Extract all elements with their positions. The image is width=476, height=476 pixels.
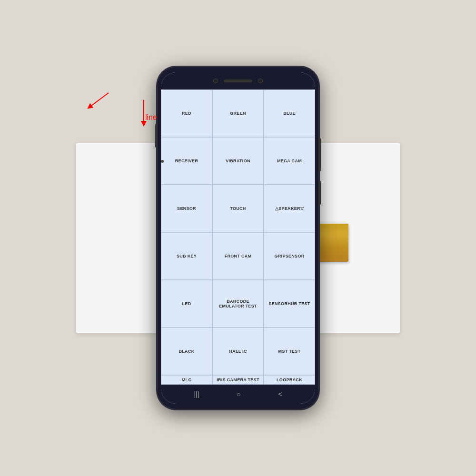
red-arrow-annotation	[80, 88, 118, 117]
cell-mega-cam[interactable]: MEGA CAM	[264, 137, 315, 185]
front-camera-dot	[213, 79, 218, 83]
nav-home-icon[interactable]: ○	[237, 390, 240, 398]
cell-barcode-emulator-test[interactable]: BARCODE EMULATOR TEST	[212, 280, 264, 327]
nav-bar: ||| ○ <	[161, 385, 315, 404]
cell-speaker[interactable]: △SPEAKER▽	[264, 185, 315, 232]
cell-receiver[interactable]: RECEIVER	[161, 137, 212, 185]
cell-vibration[interactable]: VIBRATION	[212, 137, 264, 185]
side-button-right-1	[319, 138, 321, 171]
scene: RED GREEN BLUE RECEIVER VIBRATION MEGA C…	[0, 0, 476, 476]
svg-line-1	[89, 93, 109, 107]
cell-led[interactable]: LED	[161, 280, 212, 327]
line-label: line	[145, 113, 157, 122]
earpiece-speaker	[224, 79, 252, 82]
cell-sub-key[interactable]: SUB KEY	[161, 232, 212, 280]
side-button-left	[155, 124, 157, 148]
test-menu-grid: RED GREEN BLUE RECEIVER VIBRATION MEGA C…	[161, 89, 315, 385]
cell-loopback[interactable]: LOOPBACK	[264, 375, 315, 385]
cell-green[interactable]: GREEN	[212, 89, 264, 137]
cell-touch[interactable]: TOUCH	[212, 185, 264, 232]
cell-black[interactable]: BLACK	[161, 327, 212, 375]
cell-iris-camera-test[interactable]: IRIS CAMERA TEST	[212, 375, 264, 385]
cell-mlc[interactable]: MLC	[161, 375, 212, 385]
nav-recents-icon[interactable]: |||	[194, 390, 199, 398]
cell-gripsensor[interactable]: GRIPSENSOR	[264, 232, 315, 280]
cell-mst-test[interactable]: MST TEST	[264, 327, 315, 375]
phone-top-bar	[161, 72, 315, 89]
phone-device: RED GREEN BLUE RECEIVER VIBRATION MEGA C…	[157, 67, 319, 409]
cell-hall-ic[interactable]: HALL IC	[212, 327, 264, 375]
cell-front-cam[interactable]: FRONT CAM	[212, 232, 264, 280]
cell-sensorhub-test[interactable]: SENSORHUB TEST	[264, 280, 315, 327]
phone-dot	[161, 160, 164, 163]
cell-sensor[interactable]: SENSOR	[161, 185, 212, 232]
sensor-dot	[258, 79, 263, 83]
side-button-right-2	[319, 181, 321, 205]
nav-back-icon[interactable]: <	[278, 390, 282, 398]
cell-red[interactable]: RED	[161, 89, 212, 137]
cell-blue[interactable]: BLUE	[264, 89, 315, 137]
phone-screen: RED GREEN BLUE RECEIVER VIBRATION MEGA C…	[161, 72, 315, 404]
